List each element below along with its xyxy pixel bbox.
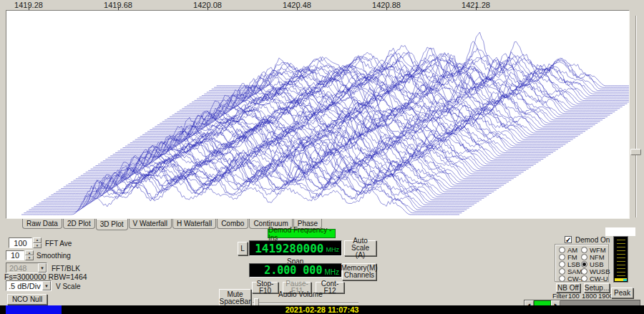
smoothing-input[interactable]: 10 xyxy=(6,250,24,260)
smoothing-label: Smoothing xyxy=(36,252,71,260)
tab-v-waterfall[interactable]: V Waterfall xyxy=(129,219,172,229)
filter-100: 100 xyxy=(568,292,580,300)
status-datetime: 2021-02-28 11:07:43 xyxy=(0,305,644,314)
vertical-slider-thumb[interactable] xyxy=(630,149,641,155)
auto-scale-button[interactable]: Auto Scale (A) xyxy=(344,240,376,256)
smoothing-spinner: ▴ ▾ xyxy=(25,250,34,260)
smoothing-spin-down-icon[interactable]: ▾ xyxy=(25,255,34,260)
demod-on-label: Demod On xyxy=(575,236,610,244)
radio-fm[interactable] xyxy=(559,254,565,260)
v-scale-dropdown[interactable]: .5 dB/Div ▼ xyxy=(6,280,52,291)
fft-blk-value: 2048 xyxy=(6,264,38,273)
fft-ave-spin-up-icon[interactable]: ▴ xyxy=(33,237,42,243)
radio-nfm[interactable] xyxy=(581,254,587,260)
radio-wfm[interactable] xyxy=(581,247,587,253)
stop-f10-button[interactable]: Stop-F10 xyxy=(252,282,278,293)
v-scale-value: .5 dB/Div xyxy=(6,282,42,290)
fft-ave-value: 100 xyxy=(14,239,26,247)
auto-scale-line2: (A) xyxy=(356,252,365,259)
auto-scale-line1: Auto Scale xyxy=(345,237,376,252)
fft-ave-label: FFT Ave xyxy=(45,240,72,247)
lock-l-button[interactable]: L xyxy=(238,242,248,255)
radio-cw-u[interactable] xyxy=(581,275,587,282)
fft-blk-dropdown[interactable]: 2048 ▼ xyxy=(6,263,47,273)
waterfall-mesh xyxy=(6,11,629,218)
fft-blk-dropdown-icon[interactable]: ▼ xyxy=(38,263,47,273)
tab-3d-plot[interactable]: 3D Plot xyxy=(96,219,128,230)
v-scale-dropdown-icon[interactable]: ▼ xyxy=(42,281,51,290)
radio-usb[interactable] xyxy=(581,261,587,268)
waterfall-3d-plot[interactable] xyxy=(6,10,630,219)
mute-line2: SpaceBar xyxy=(220,298,251,305)
status-bar: 2021-02-28 11:07:43 xyxy=(0,305,644,314)
radio-cw-l[interactable] xyxy=(559,275,565,282)
filter-label: Filter xyxy=(552,292,567,300)
fft-blk-label: FFT/BLK xyxy=(52,265,80,273)
fft-ave-spinner: ▴ ▾ xyxy=(33,237,42,248)
frequency-unit: MHz xyxy=(326,246,340,253)
mute-button[interactable]: Mute SpaceBar xyxy=(219,289,251,307)
tab-h-waterfall[interactable]: H Waterfall xyxy=(172,219,216,229)
peak-button[interactable]: Peak xyxy=(611,288,633,298)
tab-2d-plot[interactable]: 2D Plot xyxy=(63,219,95,229)
tab-combo[interactable]: Combo xyxy=(217,219,248,229)
audio-volume-label: Audio Volume xyxy=(278,290,323,298)
filter-1800: 1800 xyxy=(582,292,597,300)
radio-wusb[interactable] xyxy=(581,268,587,275)
demod-on-checkbox[interactable]: ✓ xyxy=(565,236,572,243)
mute-line1: Mute xyxy=(227,291,243,298)
tab-raw-data[interactable]: Raw Data xyxy=(22,219,62,229)
audio-volume-track[interactable] xyxy=(253,303,358,304)
span-unit: MHz xyxy=(324,268,339,276)
memory-channels-button[interactable]: Memory(M) Channels xyxy=(342,263,376,280)
signal-peak-marker xyxy=(623,279,627,281)
signal-meter xyxy=(613,236,628,283)
demod-frequency-badge: Demod Frequency - Ins xyxy=(268,229,336,238)
smoothing-value: 10 xyxy=(11,251,19,260)
v-scale-label: V Scale xyxy=(56,283,80,290)
radio-lsb[interactable] xyxy=(559,261,565,268)
radio-cw-u-label: CW-U xyxy=(590,275,608,283)
smoothing-spin-up-icon[interactable]: ▴ xyxy=(25,250,34,255)
frequency-value: 1419280000 xyxy=(255,242,323,255)
nco-null-button[interactable]: NCO Null xyxy=(7,294,47,305)
span-value: 2.000 000 xyxy=(264,264,322,277)
radio-sam[interactable] xyxy=(559,268,565,275)
fft-ave-spin-down-icon[interactable]: ▾ xyxy=(33,243,42,249)
vertical-slider-track[interactable] xyxy=(635,16,637,217)
span-display[interactable]: 2.000 000 MHz xyxy=(249,263,342,278)
blank-indicator-box xyxy=(605,227,635,236)
radio-am[interactable] xyxy=(559,247,565,253)
spectravue-window: { "axis": { "ticks": [ { "label": "1419.… xyxy=(0,0,644,314)
memory-line2: Channels xyxy=(344,272,374,279)
frequency-display[interactable]: 1419280000 MHz xyxy=(249,240,342,256)
fft-ave-input[interactable]: 100 xyxy=(9,237,32,248)
